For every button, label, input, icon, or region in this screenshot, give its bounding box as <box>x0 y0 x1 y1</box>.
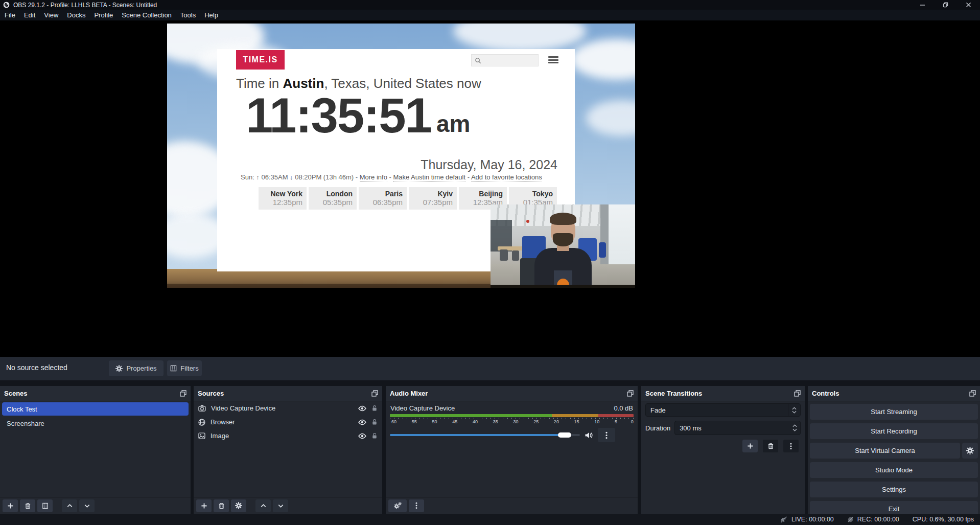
menu-bar: File Edit View Docks Profile Scene Colle… <box>0 10 980 20</box>
webcam-exit-light <box>526 220 529 223</box>
timeis-search-box <box>471 54 539 66</box>
timeis-sun-info: Sun: ↑ 06:35AM ↓ 08:20PM (13h 46m) - Mor… <box>241 173 563 181</box>
search-input[interactable] <box>483 57 534 64</box>
timeis-clock: 11:35:51 am <box>246 90 470 142</box>
make-default-link: Make Austin time default <box>393 173 465 181</box>
lock-icon[interactable] <box>371 405 378 412</box>
filters-button[interactable]: Filters <box>167 360 202 376</box>
source-properties-button[interactable] <box>231 499 246 512</box>
clock-ampm: am <box>436 110 470 138</box>
minimize-button[interactable] <box>911 0 934 10</box>
source-toolbar: No source selected Properties Filters <box>0 357 980 380</box>
add-source-button[interactable] <box>196 499 212 512</box>
source-label: Image <box>211 432 353 440</box>
filter-icon <box>170 365 177 372</box>
source-row-browser[interactable]: Browser <box>194 415 382 429</box>
volume-meter <box>390 414 634 417</box>
add-transition-button[interactable] <box>742 440 758 452</box>
obs-window: OBS 29.1.2 - Profile: LLHLS BETA - Scene… <box>0 0 980 525</box>
spin-up-icon[interactable] <box>792 424 797 427</box>
advanced-audio-button[interactable] <box>388 499 407 512</box>
remove-source-button[interactable] <box>214 499 229 512</box>
menu-tools[interactable]: Tools <box>176 10 200 20</box>
popout-icon[interactable] <box>627 390 634 397</box>
virtual-camera-settings-button[interactable] <box>962 443 978 459</box>
move-source-down-button[interactable] <box>273 499 288 512</box>
duration-value: 300 ms <box>675 424 789 432</box>
live-time: LIVE: 00:00:00 <box>791 516 834 523</box>
studio-mode-button[interactable]: Studio Mode <box>810 462 978 478</box>
gear-icon <box>115 365 123 372</box>
city-box-london: London05:35pm <box>309 187 357 210</box>
scene-item-clock-test[interactable]: Clock Test <box>2 402 189 416</box>
search-icon <box>475 57 481 64</box>
webcam-source-region[interactable] <box>491 204 635 288</box>
popout-icon[interactable] <box>794 390 801 397</box>
start-recording-button[interactable]: Start Recording <box>810 423 978 439</box>
menu-docks[interactable]: Docks <box>63 10 89 20</box>
program-canvas[interactable]: TIME.IS Time in Austin, Texas, United St… <box>167 24 635 288</box>
move-scene-up-button[interactable] <box>62 499 77 512</box>
popout-icon[interactable] <box>371 390 378 397</box>
eye-icon[interactable] <box>358 433 366 439</box>
menu-scene-collection[interactable]: Scene Collection <box>118 10 176 20</box>
menu-edit[interactable]: Edit <box>20 10 39 20</box>
close-button[interactable] <box>957 0 980 10</box>
popout-icon[interactable] <box>969 390 976 397</box>
webcam-chair <box>512 250 519 261</box>
mixer-channel-menu-button[interactable] <box>598 428 615 442</box>
controls-panel: Controls Start Streaming Start Recording… <box>808 386 980 514</box>
menu-view[interactable]: View <box>40 10 62 20</box>
globe-icon <box>198 419 205 426</box>
move-scene-down-button[interactable] <box>79 499 95 512</box>
image-icon <box>198 432 205 439</box>
source-label: Video Capture Device <box>211 404 353 412</box>
source-label: Browser <box>211 418 353 426</box>
title-bar: OBS 29.1.2 - Profile: LLHLS BETA - Scene… <box>0 0 980 10</box>
source-row-video-capture[interactable]: Video Capture Device <box>194 401 382 415</box>
transition-select[interactable]: Fade <box>645 403 801 417</box>
duration-spinbox[interactable]: 300 ms <box>674 421 801 435</box>
volume-slider[interactable] <box>390 434 580 436</box>
properties-button[interactable]: Properties <box>109 360 164 376</box>
window-title: OBS 29.1.2 - Profile: LLHLS BETA - Scene… <box>13 2 157 9</box>
mixer-menu-button[interactable] <box>409 499 424 512</box>
start-streaming-button[interactable]: Start Streaming <box>810 404 978 420</box>
webcam-sofa <box>599 242 606 258</box>
webcam-desk-edge <box>491 285 635 288</box>
eye-icon[interactable] <box>358 419 366 425</box>
remove-transition-button[interactable] <box>763 440 778 452</box>
remove-scene-button[interactable] <box>20 499 35 512</box>
favorite-link: Add to favorite locations <box>471 173 542 181</box>
transition-menu-button[interactable] <box>783 440 799 452</box>
source-row-image[interactable]: Image <box>194 429 382 443</box>
menu-file[interactable]: File <box>1 10 19 20</box>
add-scene-button[interactable] <box>3 499 18 512</box>
scene-item-screenshare[interactable]: Screenshare <box>2 417 189 430</box>
clock-time: 11:35:51 <box>246 90 431 142</box>
start-virtual-camera-button[interactable]: Start Virtual Camera <box>810 443 960 459</box>
status-bar: LIVE: 00:00:00 REC: 00:00:00 CPU: 0.6%, … <box>0 514 980 525</box>
restore-button[interactable] <box>934 0 957 10</box>
volume-slider-handle[interactable] <box>558 432 571 438</box>
obs-logo-icon <box>3 2 10 8</box>
settings-button[interactable]: Settings <box>810 482 978 497</box>
speaker-icon[interactable] <box>585 431 593 439</box>
preview-area[interactable]: TIME.IS Time in Austin, Texas, United St… <box>0 20 980 357</box>
lock-icon[interactable] <box>371 419 378 425</box>
lock-icon[interactable] <box>371 432 378 439</box>
popout-icon[interactable] <box>180 390 186 397</box>
eye-icon[interactable] <box>358 405 366 412</box>
scene-filters-button[interactable] <box>37 499 53 512</box>
chevron-up-down-icon[interactable] <box>788 404 800 416</box>
spin-down-icon[interactable] <box>792 428 797 431</box>
menu-help[interactable]: Help <box>200 10 222 20</box>
menu-profile[interactable]: Profile <box>90 10 117 20</box>
city-box-kyiv: Kyiv07:35pm <box>409 187 457 210</box>
duration-label: Duration <box>645 424 670 432</box>
transition-selected-value: Fade <box>646 406 788 414</box>
record-status-icon <box>847 516 854 523</box>
sources-panel: Sources Video Capture Device Browser I <box>194 386 382 514</box>
webcam-person-hair <box>550 213 576 225</box>
move-source-up-button[interactable] <box>255 499 271 512</box>
